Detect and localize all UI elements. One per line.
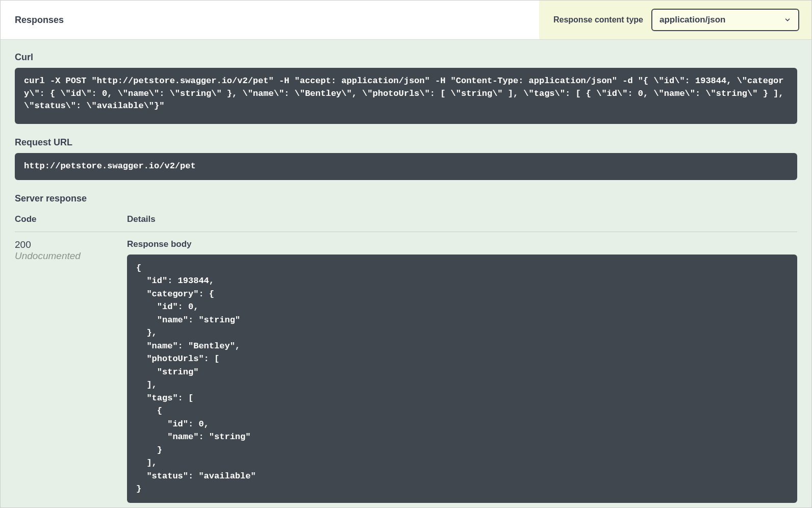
chevron-down-icon (784, 16, 791, 23)
response-body-block[interactable]: { "id": 193844, "category": { "id": 0, "… (127, 255, 797, 503)
column-header-details: Details (127, 214, 797, 224)
responses-content: Curl curl -X POST "http://petstore.swagg… (1, 40, 811, 508)
request-url-label: Request URL (15, 137, 797, 148)
request-url-block[interactable]: http://petstore.swagger.io/v2/pet (15, 153, 797, 180)
responses-header: Responses Response content type applicat… (1, 1, 811, 40)
content-type-label: Response content type (553, 15, 643, 24)
responses-title: Responses (1, 3, 78, 38)
response-row: 200 Undocumented Response body { "id": 1… (15, 239, 797, 508)
content-type-value: application/json (659, 15, 725, 25)
column-header-code: Code (15, 214, 127, 224)
content-type-panel: Response content type application/json (539, 1, 811, 39)
response-body-label: Response body (127, 239, 797, 249)
response-code: 200 (15, 239, 127, 250)
content-type-select[interactable]: application/json (651, 9, 799, 31)
server-response-label: Server response (15, 193, 797, 204)
response-table-header: Code Details (15, 214, 797, 232)
response-details-cell: Response body { "id": 193844, "category"… (127, 239, 797, 508)
response-note: Undocumented (15, 250, 127, 262)
curl-command-block[interactable]: curl -X POST "http://petstore.swagger.io… (15, 68, 797, 124)
response-code-cell: 200 Undocumented (15, 239, 127, 508)
curl-label: Curl (15, 52, 797, 63)
